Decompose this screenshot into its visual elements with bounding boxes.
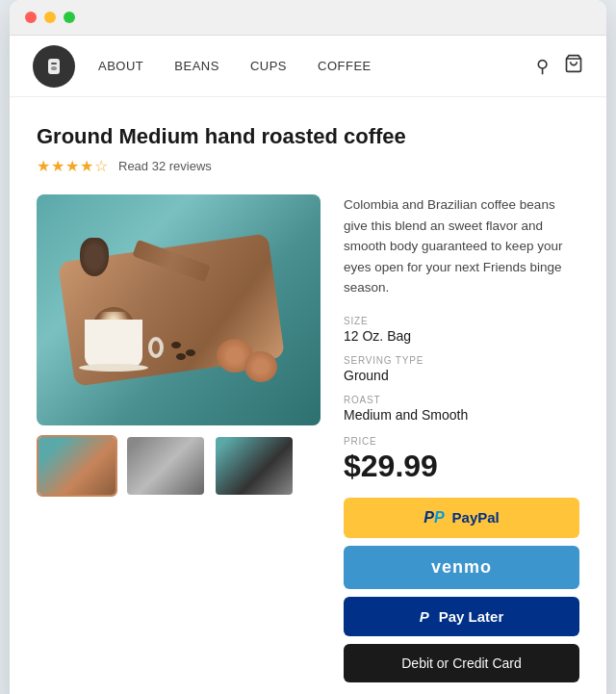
payment-buttons: PP PayPal venmo P Pay Later Debit or Cre… (344, 498, 579, 682)
product-images (37, 194, 321, 682)
nav-actions: ⚲ (536, 54, 583, 78)
svg-point-2 (51, 66, 57, 70)
price-label: PRICE (344, 436, 579, 447)
size-spec: SIZE 12 Oz. Bag (344, 316, 579, 344)
app-window: ABOUT BEANS CUPS COFFEE ⚲ Ground Medium … (10, 0, 606, 694)
paypal-button[interactable]: PP PayPal (344, 498, 579, 538)
search-icon[interactable]: ⚲ (536, 56, 549, 77)
minimize-dot[interactable] (44, 12, 56, 23)
titlebar (10, 0, 606, 36)
maximize-dot[interactable] (64, 12, 75, 23)
serving-value: Ground (344, 368, 579, 383)
nav-links: ABOUT BEANS CUPS COFFEE (98, 59, 536, 73)
brand-logo[interactable] (33, 45, 75, 88)
serving-label: SERVING TYPE (344, 355, 579, 366)
serving-spec: SERVING TYPE Ground (344, 355, 579, 383)
main-content: Ground Medium hand roasted coffee ★★★★☆ … (10, 97, 606, 694)
nav-about[interactable]: ABOUT (98, 59, 143, 73)
roast-label: ROAST (344, 395, 579, 405)
nav-coffee[interactable]: COFFEE (318, 59, 372, 73)
thumbnail-1[interactable] (37, 435, 117, 497)
roast-value: Medium and Smooth (344, 407, 579, 423)
venmo-label: venmo (431, 557, 492, 578)
card-button[interactable]: Debit or Credit Card (344, 644, 579, 682)
product-details: Colombia and Brazilian coffee beans give… (344, 194, 579, 682)
decorative-coffee-cup (85, 305, 152, 368)
thumbnail-3[interactable] (214, 435, 295, 497)
paylater-p-icon: P (420, 608, 429, 625)
size-value: 12 Oz. Bag (344, 328, 579, 344)
reviews-link[interactable]: Read 32 reviews (118, 159, 212, 173)
size-label: SIZE (344, 316, 579, 326)
decorative-pinecone (80, 238, 109, 276)
paypal-label: PayPal (452, 509, 500, 526)
roast-spec: ROAST Medium and Smooth (344, 395, 579, 423)
nav-cups[interactable]: CUPS (250, 59, 287, 73)
price-value: $29.99 (344, 449, 579, 484)
paylater-label: Pay Later (439, 608, 504, 625)
product-title: Ground Medium hand roasted coffee (37, 124, 579, 149)
svg-rect-1 (51, 63, 57, 64)
nav-beans[interactable]: BEANS (174, 59, 219, 73)
paypal-icon: PP (424, 509, 444, 527)
decorative-bean1 (171, 342, 181, 348)
venmo-button[interactable]: venmo (344, 546, 579, 589)
rating-row: ★★★★☆ Read 32 reviews (37, 157, 579, 175)
card-label: Debit or Credit Card (401, 655, 522, 671)
thumbnail-2[interactable] (125, 435, 206, 497)
product-description: Colombia and Brazilian coffee beans give… (344, 194, 579, 298)
star-rating: ★★★★☆ (37, 157, 109, 175)
close-dot[interactable] (25, 12, 37, 23)
cart-icon[interactable] (564, 54, 583, 78)
decorative-bean3 (176, 353, 186, 360)
paylater-button[interactable]: P Pay Later (344, 597, 579, 636)
price-section: PRICE $29.99 (344, 436, 579, 484)
main-product-image (37, 194, 321, 425)
decorative-bean2 (186, 349, 195, 356)
thumbnail-gallery (37, 435, 321, 497)
navbar: ABOUT BEANS CUPS COFFEE ⚲ (10, 36, 606, 97)
decorative-cookie2 (244, 351, 277, 382)
product-layout: Colombia and Brazilian coffee beans give… (37, 194, 579, 682)
